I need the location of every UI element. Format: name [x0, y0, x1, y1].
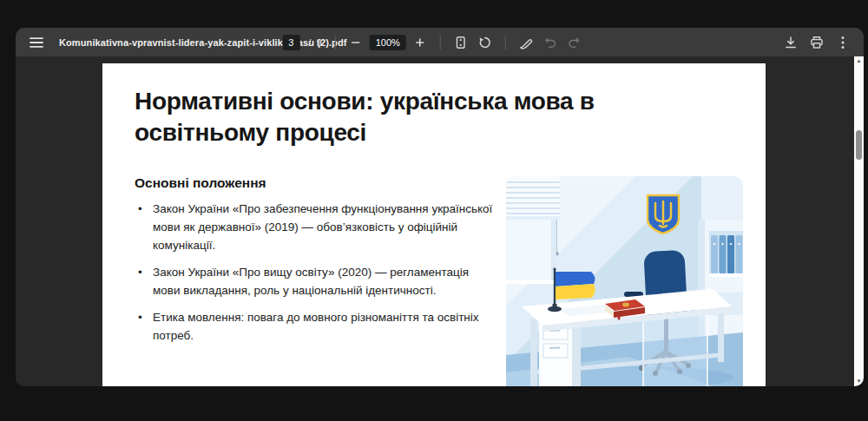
- menu-icon[interactable]: [26, 32, 47, 53]
- office-scene-svg: [506, 176, 743, 386]
- download-icon[interactable]: [780, 32, 801, 53]
- slide-section-heading: Основні положення: [135, 175, 266, 191]
- office-illustration: [506, 176, 743, 386]
- zoom-out-icon[interactable]: [345, 32, 366, 53]
- pdf-toolbar: Komunikativna-vpravnist-lidera-yak-zapit…: [16, 28, 864, 56]
- bullet-item: Закон України «Про вищу освіту» (2020) —…: [135, 263, 494, 299]
- zoom-level[interactable]: 100%: [370, 35, 406, 50]
- annotate-pen-icon[interactable]: [516, 32, 536, 53]
- bullet-list: Закон України «Про забезпечення функціон…: [135, 200, 494, 353]
- slide-title: Нормативні основи: українська мова в осв…: [135, 86, 673, 148]
- bullet-item: Етика мовлення: повага до мовного різном…: [135, 308, 494, 345]
- ukraine-coat-of-arms: [648, 195, 679, 234]
- fit-page-icon[interactable]: [450, 32, 471, 53]
- scrollbar-thumb[interactable]: [856, 130, 862, 160]
- pdf-content-area[interactable]: Нормативні основи: українська мова в осв…: [16, 56, 864, 386]
- divider: [440, 36, 441, 49]
- redo-icon: [564, 32, 585, 53]
- toolbar-center: 3 / 9 100%: [282, 28, 585, 56]
- pdf-viewer: Komunikativna-vpravnist-lidera-yak-zapit…: [16, 28, 864, 386]
- bullet-item: Закон України «Про забезпечення функціон…: [135, 200, 494, 254]
- print-icon[interactable]: [806, 32, 827, 53]
- pdf-page: Нормативні основи: українська мова в осв…: [102, 63, 766, 386]
- scroll-up-arrow-icon[interactable]: ▲: [854, 56, 864, 66]
- divider: [505, 36, 506, 49]
- toolbar-right: [780, 32, 853, 53]
- window: [506, 220, 556, 284]
- scroll-down-arrow-icon[interactable]: ▼: [854, 377, 864, 386]
- vertical-scrollbar[interactable]: ▲ ▼: [854, 56, 864, 386]
- rotate-icon[interactable]: [475, 32, 496, 53]
- undo-icon: [540, 32, 561, 53]
- more-options-icon[interactable]: [832, 32, 853, 53]
- page-count-label: / 9: [308, 37, 321, 48]
- zoom-in-icon[interactable]: [410, 32, 431, 53]
- page-number-input[interactable]: 3: [282, 35, 299, 50]
- divider: [335, 36, 336, 49]
